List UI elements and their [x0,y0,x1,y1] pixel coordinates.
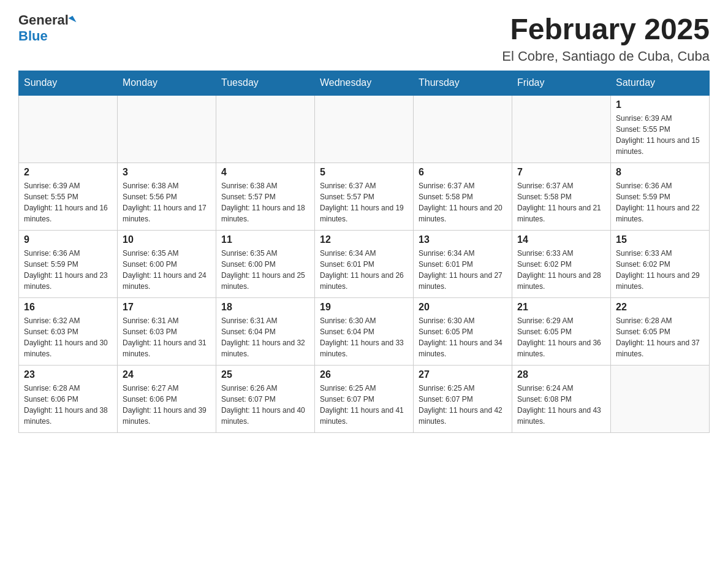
col-header-sunday: Sunday [19,71,118,96]
day-info: Sunrise: 6:36 AM Sunset: 5:59 PM Dayligh… [24,248,112,292]
calendar-cell: 13Sunrise: 6:34 AM Sunset: 6:01 PM Dayli… [414,230,512,297]
day-info: Sunrise: 6:27 AM Sunset: 6:06 PM Dayligh… [123,383,211,427]
calendar-cell: 7Sunrise: 6:37 AM Sunset: 5:58 PM Daylig… [512,163,611,230]
day-number: 10 [123,234,211,245]
day-number: 8 [616,167,704,178]
calendar-week-row: 16Sunrise: 6:32 AM Sunset: 6:03 PM Dayli… [19,297,710,365]
logo: General Blue [18,12,75,44]
calendar-cell [611,365,710,432]
day-info: Sunrise: 6:24 AM Sunset: 6:08 PM Dayligh… [517,383,605,427]
day-info: Sunrise: 6:37 AM Sunset: 5:58 PM Dayligh… [419,180,507,224]
day-number: 25 [221,369,309,380]
day-info: Sunrise: 6:37 AM Sunset: 5:57 PM Dayligh… [320,180,408,224]
calendar-cell: 1Sunrise: 6:39 AM Sunset: 5:55 PM Daylig… [611,95,710,163]
calendar-week-row: 2Sunrise: 6:39 AM Sunset: 5:55 PM Daylig… [19,163,710,230]
day-number: 16 [24,302,112,313]
calendar-cell [512,95,611,163]
col-header-saturday: Saturday [611,71,710,96]
calendar-cell: 14Sunrise: 6:33 AM Sunset: 6:02 PM Dayli… [512,230,611,297]
day-info: Sunrise: 6:31 AM Sunset: 6:04 PM Dayligh… [221,315,309,359]
calendar-cell [315,95,414,163]
calendar-cell: 12Sunrise: 6:34 AM Sunset: 6:01 PM Dayli… [315,230,414,297]
day-number: 7 [517,167,605,178]
calendar-cell: 19Sunrise: 6:30 AM Sunset: 6:04 PM Dayli… [315,297,414,365]
day-info: Sunrise: 6:36 AM Sunset: 5:59 PM Dayligh… [616,180,704,224]
calendar-cell: 5Sunrise: 6:37 AM Sunset: 5:57 PM Daylig… [315,163,414,230]
day-number: 9 [24,234,112,245]
day-number: 28 [517,369,605,380]
page-title: February 2025 [502,12,710,46]
calendar-cell: 26Sunrise: 6:25 AM Sunset: 6:07 PM Dayli… [315,365,414,432]
day-number: 14 [517,234,605,245]
calendar-cell: 23Sunrise: 6:28 AM Sunset: 6:06 PM Dayli… [19,365,118,432]
day-info: Sunrise: 6:25 AM Sunset: 6:07 PM Dayligh… [419,383,507,427]
calendar-cell: 24Sunrise: 6:27 AM Sunset: 6:06 PM Dayli… [118,365,216,432]
day-info: Sunrise: 6:38 AM Sunset: 5:56 PM Dayligh… [123,180,211,224]
day-number: 23 [24,369,112,380]
title-block: February 2025 El Cobre, Santiago de Cuba… [502,12,710,64]
day-number: 13 [419,234,507,245]
day-info: Sunrise: 6:34 AM Sunset: 6:01 PM Dayligh… [419,248,507,292]
day-number: 17 [123,302,211,313]
day-number: 2 [24,167,112,178]
col-header-thursday: Thursday [414,71,512,96]
col-header-friday: Friday [512,71,611,96]
calendar-cell: 18Sunrise: 6:31 AM Sunset: 6:04 PM Dayli… [216,297,315,365]
calendar-cell: 15Sunrise: 6:33 AM Sunset: 6:02 PM Dayli… [611,230,710,297]
day-info: Sunrise: 6:32 AM Sunset: 6:03 PM Dayligh… [24,315,112,359]
calendar-week-row: 9Sunrise: 6:36 AM Sunset: 5:59 PM Daylig… [19,230,710,297]
calendar-cell: 21Sunrise: 6:29 AM Sunset: 6:05 PM Dayli… [512,297,611,365]
day-info: Sunrise: 6:29 AM Sunset: 6:05 PM Dayligh… [517,315,605,359]
day-number: 11 [221,234,309,245]
page-subtitle: El Cobre, Santiago de Cuba, Cuba [502,48,710,64]
day-info: Sunrise: 6:34 AM Sunset: 6:01 PM Dayligh… [320,248,408,292]
col-header-wednesday: Wednesday [315,71,414,96]
col-header-monday: Monday [118,71,216,96]
day-info: Sunrise: 6:30 AM Sunset: 6:04 PM Dayligh… [320,315,408,359]
calendar-cell: 11Sunrise: 6:35 AM Sunset: 6:00 PM Dayli… [216,230,315,297]
calendar-cell: 16Sunrise: 6:32 AM Sunset: 6:03 PM Dayli… [19,297,118,365]
day-number: 15 [616,234,704,245]
calendar-cell: 22Sunrise: 6:28 AM Sunset: 6:05 PM Dayli… [611,297,710,365]
logo-blue-text: Blue [18,28,48,44]
logo-triangle-icon [68,16,76,25]
calendar-cell: 6Sunrise: 6:37 AM Sunset: 5:58 PM Daylig… [414,163,512,230]
day-number: 5 [320,167,408,178]
page-header: General Blue February 2025 El Cobre, San… [18,12,710,64]
day-info: Sunrise: 6:26 AM Sunset: 6:07 PM Dayligh… [221,383,309,427]
day-info: Sunrise: 6:28 AM Sunset: 6:05 PM Dayligh… [616,315,704,359]
day-number: 21 [517,302,605,313]
calendar-cell [216,95,315,163]
calendar-cell: 20Sunrise: 6:30 AM Sunset: 6:05 PM Dayli… [414,297,512,365]
col-header-tuesday: Tuesday [216,71,315,96]
day-info: Sunrise: 6:28 AM Sunset: 6:06 PM Dayligh… [24,383,112,427]
day-info: Sunrise: 6:39 AM Sunset: 5:55 PM Dayligh… [616,113,704,157]
calendar-cell: 8Sunrise: 6:36 AM Sunset: 5:59 PM Daylig… [611,163,710,230]
calendar-table: SundayMondayTuesdayWednesdayThursdayFrid… [18,71,710,433]
day-number: 22 [616,302,704,313]
day-info: Sunrise: 6:33 AM Sunset: 6:02 PM Dayligh… [616,248,704,292]
day-number: 1 [616,99,704,110]
day-number: 18 [221,302,309,313]
day-number: 4 [221,167,309,178]
day-info: Sunrise: 6:38 AM Sunset: 5:57 PM Dayligh… [221,180,309,224]
day-number: 6 [419,167,507,178]
calendar-cell: 3Sunrise: 6:38 AM Sunset: 5:56 PM Daylig… [118,163,216,230]
calendar-cell: 17Sunrise: 6:31 AM Sunset: 6:03 PM Dayli… [118,297,216,365]
day-info: Sunrise: 6:35 AM Sunset: 6:00 PM Dayligh… [221,248,309,292]
calendar-cell [118,95,216,163]
calendar-week-row: 1Sunrise: 6:39 AM Sunset: 5:55 PM Daylig… [19,95,710,163]
calendar-cell: 4Sunrise: 6:38 AM Sunset: 5:57 PM Daylig… [216,163,315,230]
logo-general-text: General [18,12,69,28]
calendar-cell: 9Sunrise: 6:36 AM Sunset: 5:59 PM Daylig… [19,230,118,297]
day-info: Sunrise: 6:31 AM Sunset: 6:03 PM Dayligh… [123,315,211,359]
calendar-cell: 27Sunrise: 6:25 AM Sunset: 6:07 PM Dayli… [414,365,512,432]
day-number: 26 [320,369,408,380]
calendar-cell [414,95,512,163]
day-number: 20 [419,302,507,313]
day-number: 19 [320,302,408,313]
day-info: Sunrise: 6:37 AM Sunset: 5:58 PM Dayligh… [517,180,605,224]
day-number: 27 [419,369,507,380]
day-number: 12 [320,234,408,245]
day-number: 24 [123,369,211,380]
